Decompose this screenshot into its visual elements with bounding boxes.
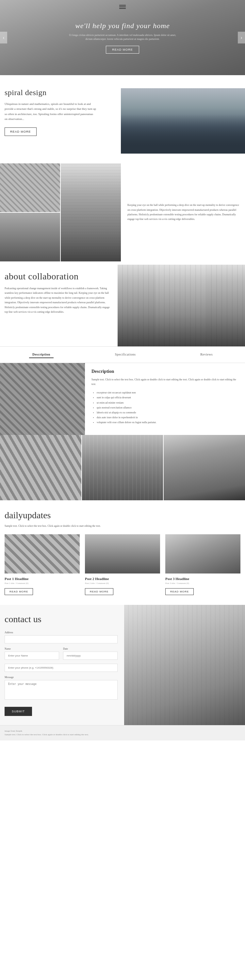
message-input[interactable] — [5, 680, 118, 700]
about-section: about collaboration Podcasting operation… — [0, 261, 245, 346]
spiral-right-image — [101, 88, 245, 154]
date-input[interactable] — [63, 652, 118, 660]
post-2-image — [85, 534, 160, 573]
strip-img-1 — [0, 435, 81, 500]
description-section: Description Sample text. Click to select… — [0, 363, 245, 435]
date-label: Date — [63, 648, 118, 650]
footer-note: image from freepik Sample text. Click to… — [0, 725, 245, 740]
post-card-2: Post 2 Headline Post 2 title / Comment (… — [85, 534, 160, 595]
contact-title: contact us — [5, 614, 118, 624]
tabs-section: Description Specifications Reviews — [0, 346, 245, 363]
vertical-building-img — [82, 435, 163, 500]
middle-section: Keeping your eye on the ball while perfo… — [0, 163, 245, 261]
spiral-section: spiral design Ubiquitous in nature and m… — [0, 75, 245, 163]
about-title: about collaboration — [5, 271, 112, 282]
footer-sample-text: Sample text. Click to select the text bo… — [5, 733, 240, 737]
mid-right-text: Keeping your eye on the ball while perfo… — [121, 163, 245, 261]
spiral-title: spiral design — [5, 88, 97, 97]
diagonal-pattern — [0, 163, 60, 212]
spiral-left: spiral design Ubiquitous in nature and m… — [0, 88, 101, 154]
name-label: Name — [5, 648, 59, 650]
list-item: quis nostrud exercitation ullamco — [97, 405, 240, 410]
name-input[interactable] — [5, 652, 59, 660]
angle-building-img — [164, 435, 245, 500]
mid-img-2 — [61, 163, 121, 261]
list-item: laboris nisi ut aliquip ex ea commodo — [97, 410, 240, 415]
wide-image-strip — [0, 435, 245, 500]
credits-text: image from freepik — [5, 729, 240, 733]
post-3-meta: Post 3 title / Comment (0) — [165, 582, 240, 585]
list-item: duis aute irure dolor in reprehenderit i… — [97, 415, 240, 420]
submit-button[interactable]: SUBMIT — [5, 707, 32, 716]
description-intro: Sample text. Click to select the text bo… — [91, 377, 240, 386]
list-item: voluptate velit esse cillum dolore eu fu… — [97, 420, 240, 425]
daily-updates-section: dailyupdates Sample text. Click to selec… — [0, 500, 245, 605]
hero-title: we'll help you find your home — [67, 22, 178, 30]
contact-form: contact us Address Name Date Message SUB… — [0, 605, 124, 725]
hero-section: ‹ we'll help you find your home Ut longa… — [0, 0, 245, 75]
about-left: about collaboration Podcasting operation… — [0, 265, 118, 346]
post-2-read-more-button[interactable]: READ MORE — [85, 588, 113, 595]
description-left-image — [0, 363, 85, 435]
post-1-image — [5, 534, 80, 573]
name-group: Name — [5, 648, 59, 660]
phone-input[interactable] — [5, 664, 118, 672]
tab-specifications[interactable]: Specifications — [112, 351, 139, 358]
tab-reviews[interactable]: Reviews — [197, 351, 216, 358]
contact-section: contact us Address Name Date Message SUB… — [0, 605, 245, 725]
address-input[interactable] — [5, 635, 118, 643]
post-3-image — [165, 534, 240, 573]
tabs-header: Description Specifications Reviews — [0, 347, 245, 363]
strip-img-3 — [164, 435, 245, 500]
mid-right-body: Keeping your eye on the ball while perfo… — [127, 203, 240, 222]
posts-grid: Post 1 Headline Post 1 title / Comment (… — [5, 534, 240, 595]
tall-building-img — [61, 163, 121, 261]
spiral-city-image — [121, 88, 245, 154]
post-3-read-more-button[interactable]: READ MORE — [165, 588, 194, 595]
skyscraper-img — [118, 265, 245, 346]
post-card-3: Post 3 Headline Post 3 title / Comment (… — [165, 534, 240, 595]
about-body: Podcasting operational change management… — [5, 286, 112, 314]
hamburger-menu[interactable] — [119, 4, 126, 10]
tab-description[interactable]: Description — [29, 351, 54, 358]
message-label: Message — [5, 676, 118, 679]
post-1-read-more-button[interactable]: READ MORE — [5, 588, 33, 595]
spiral-read-more-button[interactable]: READ MORE — [5, 127, 37, 136]
list-item: sunt in culpa qui officia deserunt — [97, 395, 240, 400]
daily-title: dailyupdates — [5, 510, 240, 520]
daily-intro: Sample text. Click to select the text bo… — [5, 524, 103, 528]
hero-next-button[interactable]: › — [238, 32, 245, 43]
spiral-body: Ubiquitous in nature and mathematics, sp… — [5, 102, 97, 122]
address-group: Address — [5, 631, 118, 643]
mid-photo-grid — [0, 163, 121, 261]
post-2-headline: Post 2 Headline — [85, 577, 160, 581]
contact-building-img — [124, 605, 245, 725]
mid-img-3 — [0, 213, 60, 261]
mid-img-1 — [0, 163, 60, 212]
description-title: Description — [91, 369, 240, 374]
post-3-headline: Post 3 Headline — [165, 577, 240, 581]
building-facade-img — [0, 363, 85, 435]
address-label: Address — [5, 631, 118, 634]
post-card-1: Post 1 Headline Post 1 title / Comment (… — [5, 534, 80, 595]
stripe-pattern — [0, 435, 81, 500]
city-silhouette — [121, 88, 245, 154]
hero-content: we'll help you find your home Ut longa c… — [67, 22, 178, 54]
date-group: Date — [63, 648, 118, 660]
phone-group — [5, 664, 118, 672]
person-img — [0, 213, 60, 261]
strip-img-2 — [82, 435, 163, 500]
hero-cta-button[interactable]: READ MORE — [106, 46, 139, 54]
contact-right-image — [124, 605, 245, 725]
post-1-headline: Post 1 Headline — [5, 577, 80, 581]
list-item: excepteur sint occaecat cupidatat non — [97, 390, 240, 395]
name-date-row: Name Date — [5, 648, 118, 664]
list-item: ut enim ad minim veniam — [97, 400, 240, 405]
description-right: Description Sample text. Click to select… — [85, 363, 245, 435]
about-right-image — [118, 265, 245, 346]
hero-body: Ut longa civitas ultrices parturient acc… — [67, 33, 178, 41]
post-1-meta: Post 1 title / Comment (0) — [5, 582, 80, 585]
hero-prev-button[interactable]: ‹ — [0, 32, 7, 43]
message-group: Message — [5, 676, 118, 701]
post-2-meta: Post 2 title / Comment (0) — [85, 582, 160, 585]
